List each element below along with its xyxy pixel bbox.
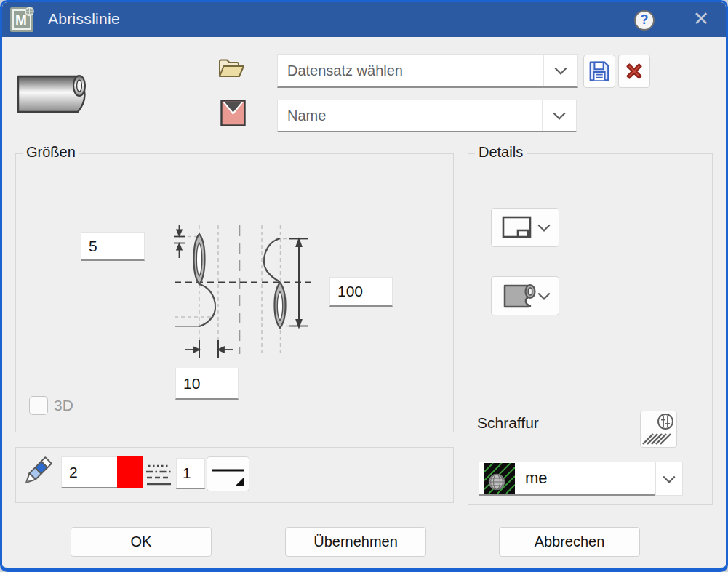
line-preview-button[interactable] xyxy=(207,456,249,491)
name-combobox-value[interactable]: Name xyxy=(278,100,542,131)
chevron-down-icon xyxy=(663,470,676,483)
hatch-combobox[interactable]: me xyxy=(479,462,656,496)
close-icon[interactable]: ✕ xyxy=(689,7,713,31)
chevron-down-icon xyxy=(538,219,551,232)
apply-button[interactable]: Übernehmen xyxy=(285,527,426,557)
details-groupbox: Details xyxy=(468,153,713,505)
line-preview-icon xyxy=(208,458,248,490)
cancel-button[interactable]: Abbrechen xyxy=(499,527,640,557)
detail-frame-icon xyxy=(502,216,532,240)
pencil-icon xyxy=(20,454,55,490)
size-length-input[interactable] xyxy=(329,277,393,307)
pen-width-input[interactable] xyxy=(61,456,118,488)
dataset-combobox-dropdown[interactable] xyxy=(543,55,577,86)
pipe-break-icon xyxy=(502,281,536,311)
app-logo-icon: M xyxy=(9,7,34,33)
hatch-settings-button[interactable] xyxy=(640,411,677,448)
size-gap-input[interactable] xyxy=(175,368,239,400)
mail-icon[interactable] xyxy=(220,100,246,126)
hatch-preview-icon xyxy=(484,463,515,494)
hatch-settings-icon xyxy=(641,412,676,446)
red-x-icon xyxy=(622,59,647,84)
hatch-combobox-dropdown[interactable] xyxy=(655,462,683,496)
sizes-group-label: Größen xyxy=(23,144,79,161)
delete-dataset-button[interactable] xyxy=(618,55,650,88)
dataset-combobox[interactable]: Datensatz wählen xyxy=(277,54,578,88)
line-styles-icon xyxy=(145,463,172,487)
checkbox-3d-label: 3D xyxy=(54,397,73,414)
hatch-label: Schraffur xyxy=(477,414,539,432)
hatch-combobox-value[interactable]: me xyxy=(515,462,655,494)
name-combobox-dropdown[interactable] xyxy=(542,100,576,131)
name-combobox[interactable]: Name xyxy=(277,100,577,132)
ok-button[interactable]: OK xyxy=(71,527,212,557)
dataset-combobox-value[interactable]: Datensatz wählen xyxy=(278,55,543,86)
svg-text:M: M xyxy=(15,12,27,28)
page-title: Abrisslinie xyxy=(48,10,120,28)
chevron-down-icon xyxy=(555,63,567,75)
break-line-preview-image xyxy=(17,74,87,114)
line-type-input[interactable] xyxy=(176,458,205,489)
pen-color-swatch[interactable] xyxy=(117,456,143,488)
detail-frame-dropdown[interactable] xyxy=(491,208,559,247)
pipe-style-dropdown[interactable] xyxy=(491,276,559,315)
save-dataset-button[interactable] xyxy=(583,55,615,88)
floppy-disk-icon xyxy=(587,59,612,84)
dialog-window: M Abrisslinie ? ✕ Datensatz wählen xyxy=(0,0,728,572)
size-top-input[interactable] xyxy=(81,232,145,261)
help-icon[interactable]: ? xyxy=(634,10,655,31)
details-group-label: Details xyxy=(475,144,527,161)
chevron-down-icon xyxy=(553,108,566,120)
checkbox-3d[interactable] xyxy=(29,396,48,415)
chevron-down-icon xyxy=(538,288,551,300)
break-line-dimension-diagram xyxy=(169,220,315,362)
folder-open-icon[interactable] xyxy=(217,57,245,81)
